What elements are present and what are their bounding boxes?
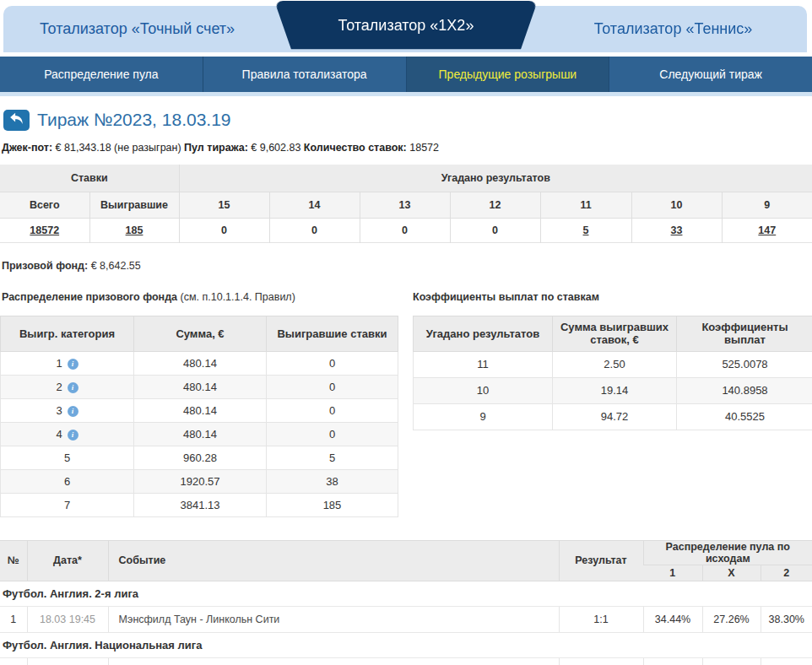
coef-col-sum: Сумма выигравших ставок, €: [553, 316, 677, 351]
jackpot-label: Джек-пот:: [2, 142, 52, 154]
outcome-col-1: 1: [643, 565, 702, 581]
nav-rules[interactable]: Правила тотализатора: [203, 57, 407, 92]
guessed-14-value: 0: [269, 218, 360, 242]
payout-coefficients-table: Угадано результатов Сумма выигравших ста…: [413, 316, 812, 430]
prize-distribution-table: Выигр. категория Сумма, € Выигравшие ста…: [0, 316, 398, 517]
page-title: Тираж №2023, 18.03.19: [37, 110, 231, 130]
coef-col-coef: Коэффициенты выплат: [677, 316, 812, 351]
coefficients-heading: Коэффициенты выплат по ставкам: [413, 291, 599, 303]
bets-value: 38: [267, 469, 398, 493]
league-title: Футбол. Англия. Национальная лига: [0, 632, 812, 657]
bets-value: 0: [267, 351, 398, 375]
prize-fund-label: Призовой фонд:: [2, 260, 88, 272]
events-col-pool: Распределение пула по исходам: [643, 540, 812, 565]
jackpot-value: € 81,343.18 (не разыгран): [52, 142, 184, 154]
bets-table: Ставки Угадано результатов Всего Выиграв…: [0, 165, 812, 243]
coef-value: 140.8958: [677, 377, 812, 403]
prize-col-sum: Сумма, €: [134, 316, 267, 351]
bets-values-row: 18572 185 0 0 0 0 5 33 147: [0, 218, 812, 242]
sum-value: 480.14: [134, 422, 267, 446]
guessed-value: 11: [414, 351, 553, 377]
guessed-value: 9: [414, 403, 553, 430]
pool-pct-x: 20.20%: [702, 657, 761, 665]
sum-value: 2.50: [553, 351, 677, 377]
col-12: 12: [450, 192, 540, 218]
event-date: 19.03 19:45: [27, 657, 108, 665]
event-num: 1: [0, 606, 27, 632]
col-14: 14: [269, 192, 360, 218]
table-row: 6 1920.57 38: [1, 469, 398, 493]
event-date: 18.03 19:45: [27, 606, 108, 632]
events-col-num: №: [0, 540, 27, 581]
pool-pct-2: 38.30%: [761, 606, 812, 632]
sum-value: 1920.57: [134, 469, 267, 493]
outcome-col-x: X: [702, 565, 761, 581]
sum-value: 94.72: [553, 403, 677, 430]
nav-previous-draws[interactable]: Предыдущие розыгрыши: [407, 57, 610, 92]
pool-value: € 9,602.83: [248, 142, 304, 154]
category-value: 6: [1, 469, 134, 493]
event-row: 1 18.03 19:45 Мэнсфилд Таун - Линкольн С…: [0, 606, 812, 632]
draw-summary: Джек-пот: € 81,343.18 (не разыгран) Пул …: [2, 142, 812, 154]
col-11: 11: [540, 192, 631, 218]
guessed-15-value: 0: [179, 218, 269, 242]
table-row: 3i 480.14 0: [1, 398, 398, 422]
info-icon[interactable]: i: [68, 430, 78, 441]
guessed-11-link[interactable]: 5: [583, 224, 589, 236]
info-icon[interactable]: i: [68, 359, 78, 370]
nav-next-draw[interactable]: Следующий тираж: [609, 57, 812, 92]
middle-tables: Выигр. категория Сумма, € Выигравшие ста…: [0, 316, 812, 517]
section-headings: Распределение призового фонда (см. п.10.…: [0, 291, 812, 305]
event-name: Барнет - Харрогейт Таун: [108, 657, 559, 665]
reply-arrow-icon: [8, 111, 24, 129]
guessed-9-link[interactable]: 147: [758, 224, 776, 236]
event-num: 2: [0, 657, 27, 665]
events-col-result: Результат: [559, 540, 643, 581]
league-section-row: Футбол. Англия. 2-я лига: [0, 581, 812, 606]
prize-fund-line: Призовой фонд: € 8,642.55: [2, 260, 812, 272]
pool-label: Пул тиража:: [184, 142, 248, 154]
table-row: 5 960.28 5: [1, 446, 398, 469]
pool-pct-1: 34.44%: [643, 606, 702, 632]
event-result: 1:0: [559, 657, 643, 665]
table-row: 2i 480.14 0: [1, 375, 398, 398]
table-row: 1i 480.14 0: [1, 351, 398, 375]
coef-value: 525.0078: [677, 351, 812, 377]
category-value: 7: [1, 493, 134, 516]
tab-1x2[interactable]: Тотализатор «1X2»: [274, 8, 538, 42]
event-row: 2 19.03 19:45 Барнет - Харрогейт Таун 1:…: [0, 657, 812, 665]
league-section-row: Футбол. Англия. Национальная лига: [0, 632, 812, 657]
col-10: 10: [631, 192, 722, 218]
info-icon[interactable]: i: [68, 382, 78, 393]
back-button[interactable]: [3, 110, 30, 131]
bets-value: 5: [267, 446, 398, 469]
event-result: 1:1: [559, 606, 643, 632]
nav-pool-distribution[interactable]: Распределение пула: [0, 57, 203, 92]
section-nav: Распределение пула Правила тотализатора …: [0, 57, 812, 92]
guessed-value: 10: [414, 377, 553, 403]
info-icon[interactable]: i: [68, 406, 78, 417]
events-col-event: Событие: [108, 540, 559, 581]
table-row: 7 3841.13 185: [1, 493, 398, 516]
guessed-10-link[interactable]: 33: [671, 224, 683, 236]
nav-bottom-strip: [0, 92, 812, 96]
tab-tennis[interactable]: Тотализатор «Теннис»: [539, 6, 807, 52]
distribution-heading-bold: Распределение призового фонда: [2, 291, 181, 303]
bets-count-label: Количество ставок:: [304, 142, 407, 154]
events-table: № Дата* Событие Результат Распределение …: [0, 540, 812, 665]
league-title: Футбол. Англия. 2-я лига: [0, 581, 812, 606]
distribution-heading-rest: (см. п.10.1.1.4. Правил): [181, 291, 295, 303]
bets-value: 0: [267, 375, 398, 398]
col-winning: Выигравшие: [89, 192, 179, 218]
winning-bets-link[interactable]: 185: [126, 224, 143, 236]
guessed-12-value: 0: [450, 218, 540, 242]
tab-exact-score-label: Тотализатор «Точный счет»: [40, 20, 235, 38]
outcome-col-2: 2: [761, 565, 812, 581]
bets-value: 185: [267, 493, 398, 516]
col-total: Всего: [0, 192, 89, 218]
total-bets-link[interactable]: 18572: [30, 224, 59, 236]
tab-exact-score[interactable]: Тотализатор «Точный счет»: [3, 6, 271, 52]
coef-col-guessed: Угадано результатов: [414, 316, 553, 351]
distribution-heading: Распределение призового фонда (см. п.10.…: [2, 291, 295, 303]
sum-value: 3841.13: [134, 493, 267, 516]
